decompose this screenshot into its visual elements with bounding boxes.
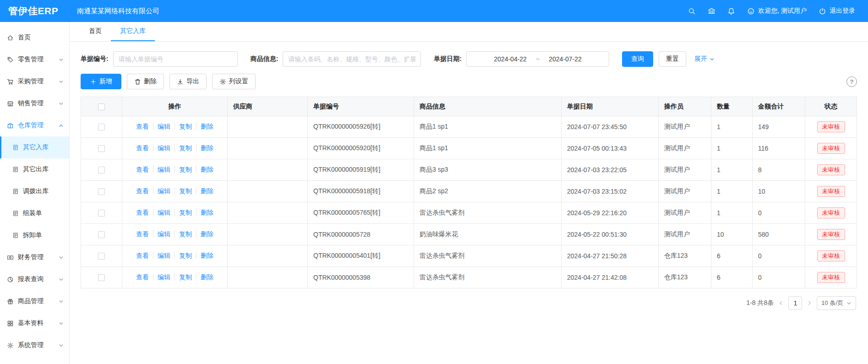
reset-button[interactable]: 重置 [659, 51, 686, 67]
sidebar-item-purchase[interactable]: 采购管理 [0, 71, 69, 92]
delete-link[interactable]: 删除 [196, 230, 213, 238]
page-number-button[interactable]: 1 [788, 296, 802, 310]
edit-link[interactable]: 编辑 [153, 144, 170, 152]
view-link[interactable]: 查看 [136, 252, 149, 259]
copy-link[interactable]: 复制 [175, 230, 192, 238]
row-checkbox[interactable] [98, 124, 105, 130]
copy-link[interactable]: 复制 [175, 252, 192, 259]
cell-product: 商品1 sp1 [414, 138, 562, 159]
user-menu[interactable]: 欢迎您, 测试用户 [747, 7, 807, 15]
sidebar-subitem-assembly[interactable]: 组装单 [0, 202, 69, 224]
cell-bill-no: QTRK00000005926[转] [308, 116, 414, 138]
shop-icon [7, 100, 14, 107]
date-start-value[interactable]: 2024-04-22 [494, 55, 527, 63]
cell-supplier [228, 138, 308, 159]
row-checkbox[interactable] [98, 210, 105, 217]
sidebar-item-report[interactable]: 报表查询 [0, 268, 69, 290]
sidebar-item-warehouse[interactable]: 仓库管理 [0, 114, 69, 136]
sidebar-subitem-disassembly[interactable]: 拆卸单 [0, 224, 69, 246]
bank-icon[interactable] [708, 7, 715, 15]
view-link[interactable]: 查看 [136, 144, 149, 152]
delete-link[interactable]: 删除 [196, 187, 213, 195]
sidebar-item-goods[interactable]: 商品管理 [0, 290, 69, 312]
delete-button[interactable]: 删除 [127, 74, 164, 89]
cell-qty: 10 [711, 224, 753, 245]
copy-link[interactable]: 复制 [175, 123, 192, 130]
row-checkbox[interactable] [98, 253, 105, 260]
search-button[interactable]: 查询 [622, 51, 653, 67]
logout-button[interactable]: 退出登录 [819, 7, 855, 15]
tab-other-inbound[interactable]: 其它入库 [111, 22, 155, 41]
copy-link[interactable]: 复制 [175, 144, 192, 152]
edit-link[interactable]: 编辑 [153, 123, 170, 130]
help-icon[interactable]: ? [846, 76, 857, 87]
column-settings-button[interactable]: 列设置 [212, 74, 256, 89]
sidebar-item-finance[interactable]: 财务管理 [0, 246, 69, 268]
copy-link[interactable]: 复制 [175, 273, 192, 281]
cell-amount: 0 [753, 245, 805, 267]
product-info-input[interactable] [283, 51, 421, 67]
cell-date: 2024-05-22 00:51:30 [562, 224, 659, 245]
bell-icon[interactable] [727, 7, 735, 15]
edit-link[interactable]: 编辑 [153, 187, 170, 195]
view-link[interactable]: 查看 [136, 273, 149, 281]
cell-bill-no: QTRK00000005919[转] [308, 159, 414, 181]
sidebar-item-sales[interactable]: 销售管理 [0, 92, 69, 114]
copy-link[interactable]: 复制 [175, 187, 192, 195]
view-link[interactable]: 查看 [136, 123, 149, 130]
cell-product: 雷达杀虫气雾剂 [414, 245, 562, 267]
sidebar-subitem-other-inbound[interactable]: 其它入库 [0, 136, 69, 158]
cell-amount: 580 [753, 224, 805, 245]
sidebar-item-basic-data[interactable]: 基本资料 [0, 312, 69, 334]
sidebar-item-system[interactable]: 系统管理 [0, 334, 69, 356]
bill-no-filter: 单据编号: [81, 51, 238, 67]
date-end-value[interactable]: 2024-07-22 [549, 55, 582, 63]
delete-link[interactable]: 删除 [196, 273, 213, 281]
row-checkbox[interactable] [98, 145, 105, 152]
view-link[interactable]: 查看 [136, 209, 149, 216]
page-size-select[interactable]: 10 条/页 [817, 296, 856, 310]
view-link[interactable]: 查看 [136, 230, 149, 238]
edit-link[interactable]: 编辑 [153, 209, 170, 216]
status-badge: 未审核 [817, 250, 845, 262]
row-checkbox[interactable] [98, 167, 105, 174]
cell-operator: 测试用户 [659, 181, 711, 202]
edit-link[interactable]: 编辑 [153, 273, 170, 281]
row-checkbox[interactable] [98, 274, 105, 281]
copy-link[interactable]: 复制 [175, 209, 192, 216]
view-link[interactable]: 查看 [136, 166, 149, 173]
sidebar-subitem-transfer-outbound[interactable]: 调拨出库 [0, 180, 69, 202]
expand-button[interactable]: 展开 [694, 55, 715, 63]
row-checkbox[interactable] [98, 188, 105, 195]
prev-page-button[interactable] [778, 300, 784, 306]
edit-link[interactable]: 编辑 [153, 230, 170, 238]
date-range-picker[interactable]: 2024-04-22 ~ 2024-07-22 [466, 51, 609, 67]
delete-link[interactable]: 删除 [196, 252, 213, 259]
delete-link[interactable]: 删除 [196, 209, 213, 216]
select-all-checkbox[interactable] [98, 103, 105, 110]
table-row: 查看编辑复制删除 QTRK00000005401[转] 雷达杀虫气雾剂 2024… [81, 245, 857, 267]
search-icon[interactable] [688, 7, 696, 15]
cell-supplier [228, 116, 308, 138]
delete-link[interactable]: 删除 [196, 166, 213, 173]
app-window: 管伊佳ERP 南通某某网络科技有限公司 欢迎您, 测试用户 [0, 0, 868, 364]
export-button[interactable]: 导出 [169, 74, 207, 89]
edit-link[interactable]: 编辑 [153, 166, 170, 173]
row-checkbox[interactable] [98, 231, 105, 238]
sidebar-subitem-other-outbound[interactable]: 其它出库 [0, 158, 69, 180]
cell-qty: 1 [711, 181, 753, 202]
next-page-button[interactable] [807, 300, 812, 306]
view-link[interactable]: 查看 [136, 187, 149, 195]
table-row: 查看编辑复制删除 QTRK00000005398 雷达杀虫气雾剂 2024-04… [81, 267, 857, 288]
bill-no-input[interactable] [113, 51, 238, 67]
sidebar-item-home[interactable]: 首页 [0, 27, 69, 49]
add-button[interactable]: 新增 [81, 74, 121, 89]
delete-link[interactable]: 删除 [196, 144, 213, 152]
delete-link[interactable]: 删除 [196, 123, 213, 130]
copy-link[interactable]: 复制 [175, 166, 192, 173]
cell-supplier [228, 181, 308, 202]
edit-link[interactable]: 编辑 [153, 252, 170, 259]
tab-bar: 首页 其它入库 [70, 22, 868, 42]
sidebar-item-retail[interactable]: 零售管理 [0, 49, 69, 71]
tab-home[interactable]: 首页 [80, 22, 111, 41]
